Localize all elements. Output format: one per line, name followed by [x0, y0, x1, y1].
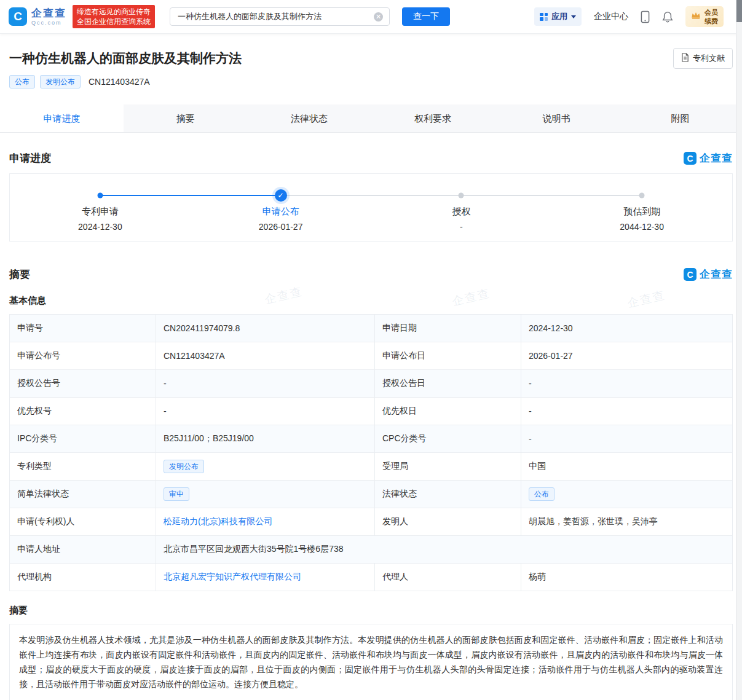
- applicant-label: 申请(专利权)人: [10, 508, 156, 536]
- publication-date-label: 申请公布日: [375, 342, 521, 370]
- grant-date-value: -: [521, 370, 733, 398]
- step-date: 2044-12-30: [551, 222, 732, 232]
- basic-info-title: 基本信息: [9, 295, 733, 307]
- qcc-mark-icon: C: [684, 152, 697, 165]
- qcc-watermark-logo: C 企查查: [684, 267, 733, 281]
- qcc-logo-icon: C: [9, 7, 27, 26]
- table-row: 授权公告号 - 授权公告日 -: [10, 370, 733, 398]
- abstract-title: 摘要: [9, 605, 733, 616]
- patent-title-row: 一种仿生机器人的面部皮肤及其制作方法 专利文献: [9, 50, 733, 67]
- patent-document-label: 专利文献: [693, 53, 725, 64]
- table-row: 优先权号 - 优先权日 -: [10, 398, 733, 425]
- page-scrollbar[interactable]: [736, 0, 742, 700]
- page-title: 一种仿生机器人的面部皮肤及其制作方法: [9, 50, 733, 67]
- patent-type-cell: 发明公布: [156, 453, 375, 481]
- priority-number-value: -: [156, 398, 375, 425]
- document-icon: [681, 53, 689, 64]
- basic-info-table: 申请号 CN202411974079.8 申请日期 2024-12-30 申请公…: [9, 314, 733, 591]
- agent-value: 杨萌: [521, 564, 733, 591]
- tab-application-progress[interactable]: 申请进度: [0, 104, 124, 132]
- tab-drawings[interactable]: 附图: [618, 104, 742, 132]
- tab-description[interactable]: 说明书: [495, 104, 618, 132]
- apps-grid-icon: [540, 13, 548, 21]
- patent-meta-row: 公布 发明公布 CN121403427A: [9, 75, 733, 88]
- search-button[interactable]: 查一下: [402, 7, 450, 26]
- publication-number-label: 申请公布号: [10, 342, 156, 370]
- enterprise-center-link[interactable]: 企业中心: [594, 11, 628, 22]
- notification-bell-icon[interactable]: [662, 10, 673, 23]
- qcc-logo[interactable]: C 企查查 Qcc.com: [9, 7, 66, 26]
- qcc-logo-text: 企查查 Qcc.com: [31, 8, 66, 26]
- step-estimated-expiry: 预估到期 2044-12-30: [551, 174, 732, 241]
- agency-link[interactable]: 北京超凡宏宇知识产权代理有限公司: [164, 572, 301, 581]
- mobile-app-icon[interactable]: [641, 10, 650, 23]
- crown-icon: [691, 11, 701, 22]
- priority-number-label: 优先权号: [10, 398, 156, 425]
- step-patent-application: 专利申请 2024-12-30: [10, 174, 191, 241]
- patent-type-badge: 发明公布: [40, 75, 81, 88]
- step-granted: 授权 -: [371, 174, 552, 241]
- qcc-mark-icon: C: [684, 268, 697, 281]
- search-input[interactable]: [176, 12, 370, 22]
- applicant-address-value: 北京市昌平区回龙观西大街35号院1号楼6层738: [156, 536, 733, 564]
- step-date: 2026-01-27: [191, 222, 371, 232]
- step-date: -: [371, 222, 552, 232]
- scrollbar-thumb[interactable]: [736, 0, 742, 22]
- agent-label: 代理人: [375, 564, 521, 591]
- receiving-office-value: 中国: [521, 453, 733, 481]
- main-content: 一种仿生机器人的面部皮肤及其制作方法 专利文献 公布 发明公布 CN121403…: [0, 50, 742, 700]
- qcc-mark-text: 企查查: [700, 267, 733, 281]
- tab-legal-status[interactable]: 法律状态: [247, 104, 371, 132]
- legal-status-label: 法律状态: [375, 481, 521, 508]
- patent-document-button[interactable]: 专利文献: [673, 48, 733, 69]
- qcc-watermark-logo: C 企查查: [684, 151, 733, 165]
- timeline-steps: 专利申请 2024-12-30 ✓ 申请公布 2026-01-27 授权 - 预…: [10, 174, 732, 241]
- application-date-value: 2024-12-30: [521, 315, 733, 342]
- table-row: IPC分类号 B25J11/00；B25J19/00 CPC分类号 -: [10, 425, 733, 453]
- table-row: 申请号 CN202411974079.8 申请日期 2024-12-30: [10, 315, 733, 342]
- search-box: ✕: [170, 7, 390, 26]
- member-renew-label: 会员 续费: [705, 8, 718, 26]
- table-row: 专利类型 发明公布 受理局 中国: [10, 453, 733, 481]
- priority-date-label: 优先权日: [375, 398, 521, 425]
- slogan-line-2: 全国企业信用查询系统: [77, 17, 151, 26]
- top-header: C 企查查 Qcc.com 缔造有远见的商业传奇 全国企业信用查询系统 ✕ 查一…: [0, 0, 742, 34]
- brand-slogan: 缔造有远见的商业传奇 全国企业信用查询系统: [73, 5, 155, 28]
- check-icon: ✓: [275, 189, 287, 202]
- ipc-class-label: IPC分类号: [10, 425, 156, 453]
- patent-type-label: 专利类型: [10, 453, 156, 481]
- simple-legal-status-tag: 审中: [164, 487, 189, 501]
- progress-section-title: 申请进度: [9, 151, 51, 165]
- step-dot-done-icon: [97, 193, 103, 199]
- header-right-nav: 应用 企业中心 会员 续费: [534, 6, 733, 28]
- clear-search-icon[interactable]: ✕: [374, 12, 383, 22]
- summary-section-title: 摘要: [9, 267, 30, 281]
- application-number-label: 申请号: [10, 315, 156, 342]
- patent-number: CN121403427A: [89, 77, 150, 87]
- cpc-class-label: CPC分类号: [375, 425, 521, 453]
- table-row: 简单法律状态 审中 法律状态 公布: [10, 481, 733, 508]
- publication-number-value: CN121403427A: [156, 342, 375, 370]
- patent-detail-page: C 企查查 Qcc.com 缔造有远见的商业传奇 全国企业信用查询系统 ✕ 查一…: [0, 0, 742, 700]
- application-progress-timeline: 专利申请 2024-12-30 ✓ 申请公布 2026-01-27 授权 - 预…: [9, 173, 733, 242]
- table-row: 申请公布号 CN121403427A 申请公布日 2026-01-27: [10, 342, 733, 370]
- apps-menu[interactable]: 应用: [534, 7, 582, 26]
- agency-cell: 北京超凡宏宇知识产权代理有限公司: [156, 564, 375, 591]
- agency-label: 代理机构: [10, 564, 156, 591]
- chevron-down-icon: [571, 15, 576, 18]
- simple-legal-status-label: 简单法律状态: [10, 481, 156, 508]
- member-renew-button[interactable]: 会员 续费: [685, 6, 724, 28]
- member-line-2: 续费: [705, 17, 718, 25]
- table-row: 申请(专利权)人 松延动力(北京)科技有限公司 发明人 胡晨旭，姜哲源，张世璞，…: [10, 508, 733, 536]
- inventors-value: 胡晨旭，姜哲源，张世璞，吴沛亭: [521, 508, 733, 536]
- grant-date-label: 授权公告日: [375, 370, 521, 398]
- applicant-address-label: 申请人地址: [10, 536, 156, 564]
- publish-status-badge: 公布: [9, 75, 35, 88]
- step-dot-pending-icon: [639, 193, 645, 199]
- tab-claims[interactable]: 权利要求: [371, 104, 495, 132]
- check-glyph: ✓: [278, 191, 284, 200]
- applicant-cell: 松延动力(北京)科技有限公司: [156, 508, 375, 536]
- applicant-link[interactable]: 松延动力(北京)科技有限公司: [164, 516, 272, 526]
- grant-number-label: 授权公告号: [10, 370, 156, 398]
- tab-abstract[interactable]: 摘要: [124, 104, 247, 132]
